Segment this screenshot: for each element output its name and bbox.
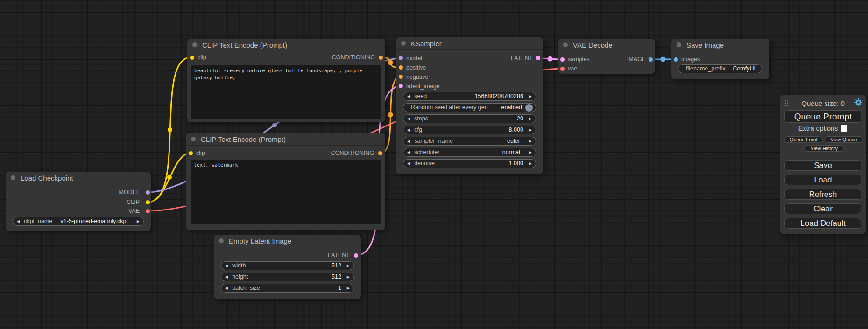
- collapse-dot-icon[interactable]: [191, 137, 196, 141]
- node-title-bar[interactable]: Save Image: [671, 39, 769, 51]
- node-vae-decode[interactable]: VAE Decode samples vae IMAGE: [558, 39, 655, 74]
- batch-size-widget[interactable]: ◀ batch_size 1 ▶: [221, 284, 354, 293]
- input-port-vae[interactable]: [560, 67, 565, 71]
- node-title-bar[interactable]: KSampler: [396, 37, 543, 50]
- output-port-model[interactable]: [146, 190, 150, 195]
- toggle-knob-icon[interactable]: [525, 104, 533, 112]
- decrement-arrow-icon[interactable]: ◀: [225, 287, 228, 290]
- collapse-dot-icon[interactable]: [219, 238, 224, 243]
- output-port-latent[interactable]: [536, 56, 540, 60]
- node-title-bar[interactable]: Load Checkpoint: [6, 172, 151, 184]
- node-title-bar[interactable]: CLIP Text Encode (Prompt): [187, 39, 385, 51]
- node-title-bar[interactable]: Empty Latent Image: [214, 235, 361, 247]
- decrement-arrow-icon[interactable]: ◀: [407, 140, 410, 143]
- link-midpoint-dot: [167, 175, 172, 180]
- increment-arrow-icon[interactable]: ▶: [137, 220, 140, 224]
- increment-arrow-icon[interactable]: ▶: [529, 128, 532, 132]
- collapse-dot-icon[interactable]: [677, 42, 681, 47]
- input-port-model[interactable]: [399, 56, 403, 60]
- output-label: CLIP: [127, 199, 140, 205]
- filename-prefix-widget[interactable]: filename_prefix ComfyUI: [678, 64, 762, 73]
- collapse-dot-icon[interactable]: [192, 42, 197, 47]
- clear-button[interactable]: Clear: [784, 203, 861, 214]
- ckpt-name-widget[interactable]: ◀ ckpt_name v1-5-pruned-emaonly.ckpt ▶: [13, 217, 144, 226]
- view-queue-button[interactable]: View Queue: [825, 136, 863, 143]
- save-button[interactable]: Save: [784, 160, 861, 171]
- view-history-button[interactable]: View History: [804, 145, 844, 152]
- seed-widget[interactable]: ◀ seed 156680208700286 ▶: [403, 92, 536, 101]
- settings-gear-icon[interactable]: [854, 98, 862, 108]
- widget-value: 8.000: [509, 127, 523, 133]
- load-button[interactable]: Load: [784, 175, 861, 185]
- increment-arrow-icon[interactable]: ▶: [529, 162, 532, 166]
- input-port-samples[interactable]: [560, 57, 565, 62]
- decrement-arrow-icon[interactable]: ◀: [17, 220, 20, 224]
- input-label: samples: [568, 56, 590, 63]
- widget-value: v1-5-pruned-emaonly.ckpt: [61, 218, 128, 224]
- output-port-conditioning[interactable]: [378, 151, 382, 155]
- collapse-dot-icon[interactable]: [563, 42, 568, 47]
- height-widget[interactable]: ◀ height 512 ▶: [221, 273, 354, 281]
- queue-front-button[interactable]: Queue Front: [784, 136, 823, 143]
- input-port-negative[interactable]: [399, 75, 403, 79]
- decrement-arrow-icon[interactable]: ◀: [225, 264, 228, 268]
- node-save-image[interactable]: Save Image images filename_prefix ComfyU…: [671, 39, 769, 79]
- node-load-checkpoint[interactable]: Load Checkpoint MODEL CLIP VAE ◀ ckpt_na…: [6, 172, 151, 231]
- link-midpoint-dot: [661, 57, 666, 62]
- decrement-arrow-icon[interactable]: ◀: [407, 95, 410, 98]
- prompt-textarea[interactable]: beautiful scenery nature glass bottle la…: [191, 65, 381, 119]
- output-port-conditioning[interactable]: [379, 56, 383, 60]
- input-port-clip[interactable]: [190, 56, 194, 60]
- widget-value: normal: [502, 149, 520, 155]
- collapse-dot-icon[interactable]: [11, 175, 15, 180]
- widget-label: filename_prefix: [686, 66, 726, 72]
- output-label: VAE: [128, 208, 140, 214]
- collapse-dot-icon[interactable]: [401, 41, 406, 46]
- output-port-clip[interactable]: [146, 200, 150, 204]
- output-label: IMAGE: [627, 56, 646, 63]
- steps-widget[interactable]: ◀ steps 20 ▶: [403, 114, 536, 123]
- input-port-images[interactable]: [674, 57, 678, 62]
- node-clip-text-encode-negative[interactable]: CLIP Text Encode (Prompt) clip CONDITION…: [186, 133, 385, 230]
- extra-options-checkbox[interactable]: [841, 125, 847, 132]
- node-ksampler[interactable]: KSampler model positive negative latent_…: [396, 37, 543, 174]
- output-port-image[interactable]: [649, 57, 653, 62]
- scheduler-widget[interactable]: ◀ scheduler normal ▶: [403, 148, 536, 157]
- queue-prompt-button[interactable]: Queue Prompt: [784, 110, 861, 123]
- link-midpoint-dot: [388, 112, 393, 118]
- decrement-arrow-icon[interactable]: ◀: [225, 275, 228, 279]
- increment-arrow-icon[interactable]: ▶: [347, 275, 350, 279]
- decrement-arrow-icon[interactable]: ◀: [407, 151, 410, 154]
- node-title: CLIP Text Encode (Prompt): [202, 41, 287, 49]
- load-default-button[interactable]: Load Default: [784, 218, 861, 229]
- increment-arrow-icon[interactable]: ▶: [347, 264, 350, 268]
- increment-arrow-icon[interactable]: ▶: [529, 140, 532, 143]
- increment-arrow-icon[interactable]: ▶: [529, 95, 532, 98]
- cfg-widget[interactable]: ◀ cfg 8.000 ▶: [403, 126, 536, 134]
- decrement-arrow-icon[interactable]: ◀: [407, 128, 410, 132]
- node-clip-text-encode-positive[interactable]: CLIP Text Encode (Prompt) clip CONDITION…: [187, 39, 385, 122]
- comfy-menu-panel[interactable]: Queue size: 0 Queue Prompt Extra options…: [780, 95, 866, 234]
- sampler-name-widget[interactable]: ◀ sampler_name euler ▶: [403, 137, 536, 146]
- refresh-button[interactable]: Refresh: [784, 189, 861, 200]
- output-port-latent[interactable]: [354, 253, 358, 258]
- input-port-clip[interactable]: [189, 151, 193, 155]
- decrement-arrow-icon[interactable]: ◀: [407, 117, 410, 121]
- output-port-vae[interactable]: [146, 209, 150, 213]
- input-port-positive[interactable]: [399, 65, 403, 70]
- node-title: VAE Decode: [573, 41, 613, 49]
- widget-label: height: [232, 274, 248, 280]
- random-seed-toggle-widget[interactable]: Random seed after every gen enabled: [403, 103, 536, 112]
- input-port-latent-image[interactable]: [399, 84, 403, 88]
- prompt-textarea[interactable]: text, watermark: [191, 160, 381, 224]
- width-widget[interactable]: ◀ width 512 ▶: [221, 261, 354, 270]
- node-title-bar[interactable]: VAE Decode: [558, 39, 655, 51]
- node-empty-latent-image[interactable]: Empty Latent Image LATENT ◀ width 512 ▶ …: [214, 235, 361, 299]
- increment-arrow-icon[interactable]: ▶: [529, 117, 532, 121]
- denoise-widget[interactable]: ◀ denoise 1.000 ▶: [403, 159, 536, 168]
- decrement-arrow-icon[interactable]: ◀: [407, 162, 410, 166]
- increment-arrow-icon[interactable]: ▶: [529, 151, 532, 154]
- increment-arrow-icon[interactable]: ▶: [347, 287, 350, 290]
- output-label: LATENT: [511, 55, 533, 62]
- node-title-bar[interactable]: CLIP Text Encode (Prompt): [186, 133, 385, 146]
